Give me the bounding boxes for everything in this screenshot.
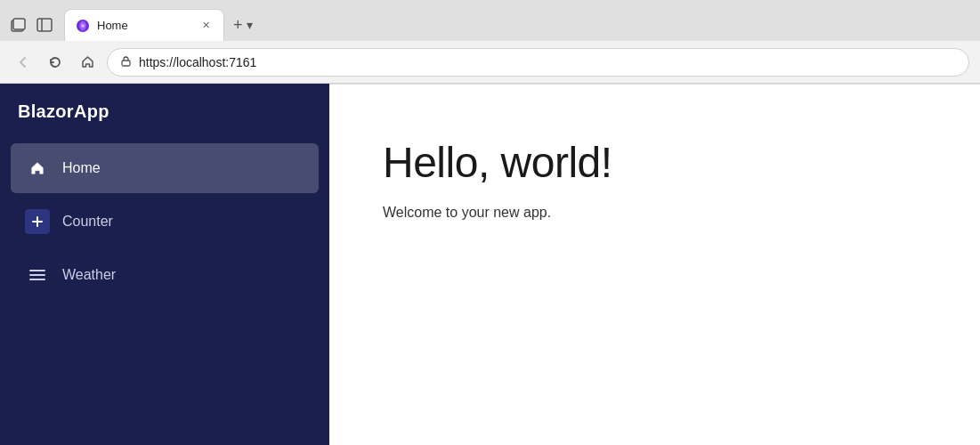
tab-dropdown-icon[interactable]: ▾ xyxy=(247,18,253,32)
content-body: Hello, world! Welcome to your new app. xyxy=(329,85,980,274)
sidebar: BlazorApp Home xyxy=(0,84,329,445)
tab-close-button[interactable]: ✕ xyxy=(198,19,213,33)
refresh-button[interactable] xyxy=(43,50,68,75)
weather-nav-icon xyxy=(25,263,50,287)
sidebar-toggle-icon[interactable] xyxy=(34,14,55,36)
tab-title: Home xyxy=(97,19,191,32)
sidebar-brand: BlazorApp xyxy=(0,84,329,143)
sidebar-item-weather-label: Weather xyxy=(62,267,116,283)
lock-icon xyxy=(120,55,132,69)
app-layout: BlazorApp Home xyxy=(0,84,980,445)
home-nav-icon xyxy=(25,156,50,181)
counter-nav-icon xyxy=(25,209,50,234)
address-bar: https://localhost:7161 xyxy=(0,41,980,84)
nav-items: Home Counter xyxy=(0,143,329,303)
page-heading: Hello, world! xyxy=(383,138,927,187)
new-tab-icon: + xyxy=(233,16,243,35)
main-content: Hello, world! Welcome to your new app. xyxy=(329,84,980,445)
tab-icon-group xyxy=(7,14,55,41)
back-button[interactable] xyxy=(11,50,36,75)
browser-chrome: Home ✕ + ▾ xyxy=(0,0,980,84)
svg-rect-1 xyxy=(13,19,25,29)
sidebar-item-home[interactable]: Home xyxy=(11,143,319,193)
svg-rect-7 xyxy=(122,61,130,66)
sidebar-item-counter-label: Counter xyxy=(62,214,113,230)
tab-favicon xyxy=(76,19,90,33)
tabs-icon[interactable] xyxy=(7,14,28,36)
home-button[interactable] xyxy=(75,50,100,75)
new-tab-button[interactable]: + ▾ xyxy=(226,9,260,41)
sidebar-item-weather[interactable]: Weather xyxy=(11,250,319,300)
page-subtitle: Welcome to your new app. xyxy=(383,205,927,221)
tab-bar: Home ✕ + ▾ xyxy=(0,0,980,41)
sidebar-item-counter[interactable]: Counter xyxy=(11,197,319,247)
sidebar-item-home-label: Home xyxy=(62,160,101,176)
svg-rect-2 xyxy=(37,19,52,31)
svg-point-6 xyxy=(81,24,85,28)
active-tab[interactable]: Home ✕ xyxy=(64,9,224,41)
url-text: https://localhost:7161 xyxy=(139,55,256,69)
url-bar[interactable]: https://localhost:7161 xyxy=(107,48,969,77)
